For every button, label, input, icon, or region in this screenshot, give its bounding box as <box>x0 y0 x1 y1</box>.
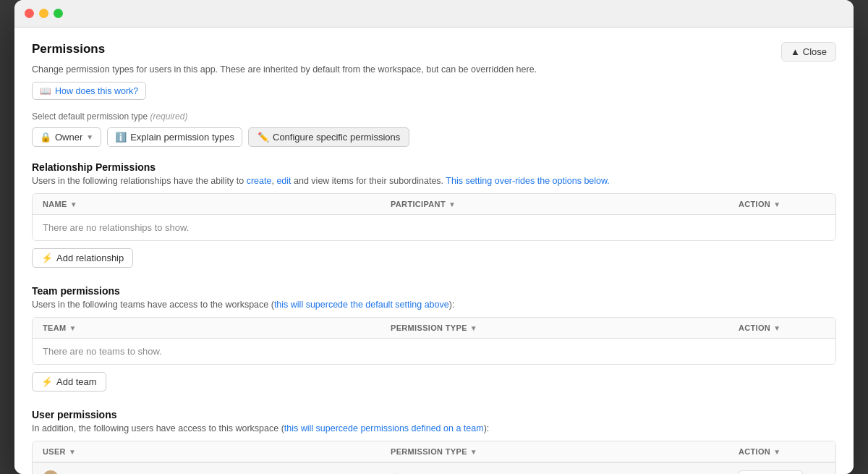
maximize-traffic-light[interactable] <box>54 9 63 18</box>
relationship-desc: Users in the following relationships hav… <box>32 176 836 186</box>
user-heading: User permissions <box>32 409 836 420</box>
participant-column-header: PARTICIPANT ▼ <box>391 200 739 208</box>
user-desc: In addition, the following users have ac… <box>32 423 836 433</box>
info-icon: ℹ️ <box>115 132 127 143</box>
team-table-header: TEAM ▼ PERMISSION TYPE ▼ ACTION ▼ <box>33 318 835 339</box>
help-button-label: How does this work? <box>55 86 138 96</box>
chevron-down-icon: ▼ <box>86 133 93 141</box>
team-sort-icon[interactable]: ▼ <box>69 324 76 332</box>
close-button-label: Close <box>803 46 827 57</box>
add-relationship-label: Add relationship <box>56 253 124 263</box>
team-desc: Users in the following teams have access… <box>32 300 836 310</box>
explain-button-label: Explain permission types <box>130 132 234 143</box>
user-permission-column-header: PERMISSION TYPE ▼ <box>391 447 739 456</box>
user-action-sort-icon[interactable]: ▼ <box>773 448 780 456</box>
close-button[interactable]: ▲ Close <box>781 42 836 62</box>
minimize-traffic-light[interactable] <box>39 9 48 18</box>
add-relationship-icon: ⚡ <box>41 253 53 263</box>
team-table: TEAM ▼ PERMISSION TYPE ▼ ACTION ▼ There … <box>32 317 836 365</box>
rel-action-sort-icon[interactable]: ▼ <box>773 200 780 208</box>
team-column-header: TEAM ▼ <box>43 323 391 332</box>
main-window: Permissions ▲ Close Change permission ty… <box>14 0 854 474</box>
page-header: Permissions ▲ Close <box>32 42 836 62</box>
name-column-header: NAME ▼ <box>43 200 391 208</box>
relationship-table: NAME ▼ PARTICIPANT ▼ ACTION ▼ There are … <box>32 193 836 241</box>
traffic-lights <box>25 9 63 18</box>
rel-action-column-header: ACTION ▼ <box>739 200 825 208</box>
team-action-sort-icon[interactable]: ▼ <box>773 324 780 332</box>
user-table-header: USER ▼ PERMISSION TYPE ▼ ACTION ▼ <box>33 441 835 462</box>
default-permission-label: Select default permission type (required… <box>32 111 836 122</box>
relationship-empty-message: There are no relationships to show. <box>33 215 835 240</box>
team-empty-message: There are no teams to show. <box>33 339 835 364</box>
user-action-column-header: ACTION ▼ <box>739 447 825 456</box>
add-relationship-button[interactable]: ⚡ Add relationship <box>32 248 133 268</box>
user-name-cell: JA James Ayling <box>43 470 391 474</box>
configure-button[interactable]: ✏️ Configure specific permissions <box>248 127 409 147</box>
page-subtitle: Change permission types for users in thi… <box>32 64 836 75</box>
avatar: JA <box>43 470 59 474</box>
team-heading: Team permissions <box>32 285 836 297</box>
close-traffic-light[interactable] <box>25 9 34 18</box>
team-permission-sort-icon[interactable]: ▼ <box>470 324 477 332</box>
remove-user-button[interactable]: Remove user <box>739 470 803 474</box>
owner-dropdown-button[interactable]: 🔒 Owner ▼ <box>32 127 101 147</box>
user-permission-sort-icon[interactable]: ▼ <box>470 448 477 456</box>
titlebar <box>14 0 854 27</box>
relationship-table-header: NAME ▼ PARTICIPANT ▼ ACTION ▼ <box>33 194 835 215</box>
table-row: JA James Ayling 🔒 Owner Remove user <box>33 462 835 474</box>
name-sort-icon[interactable]: ▼ <box>70 200 77 208</box>
user-section: User permissions In addition, the follow… <box>32 409 836 474</box>
add-team-icon: ⚡ <box>41 376 53 387</box>
page-title: Permissions <box>32 42 105 56</box>
team-permission-column-header: PERMISSION TYPE ▼ <box>391 323 739 332</box>
lock-icon: 🔒 <box>40 132 51 143</box>
add-team-label: Add team <box>56 376 97 387</box>
add-team-button[interactable]: ⚡ Add team <box>32 372 106 392</box>
user-action-cell: Remove user <box>739 470 825 474</box>
chevron-up-icon: ▲ <box>791 46 800 57</box>
permission-toolbar: 🔒 Owner ▼ ℹ️ Explain permission types ✏️… <box>32 127 836 147</box>
team-section: Team permissions Users in the following … <box>32 285 836 406</box>
user-table: USER ▼ PERMISSION TYPE ▼ ACTION ▼ JA <box>32 441 836 474</box>
owner-button-label: Owner <box>55 132 82 143</box>
explain-button[interactable]: ℹ️ Explain permission types <box>107 127 242 147</box>
participant-sort-icon[interactable]: ▼ <box>448 200 456 208</box>
book-icon: 📖 <box>40 85 51 96</box>
team-action-column-header: ACTION ▼ <box>739 323 825 332</box>
main-content: Permissions ▲ Close Change permission ty… <box>14 27 854 474</box>
relationship-section: Relationship Permissions Users in the fo… <box>32 161 836 282</box>
configure-button-label: Configure specific permissions <box>273 132 400 143</box>
help-button[interactable]: 📖 How does this work? <box>32 82 146 100</box>
user-sort-icon[interactable]: ▼ <box>69 448 76 456</box>
relationship-heading: Relationship Permissions <box>32 161 836 173</box>
pencil-icon: ✏️ <box>258 132 269 143</box>
user-column-header: USER ▼ <box>43 447 391 456</box>
